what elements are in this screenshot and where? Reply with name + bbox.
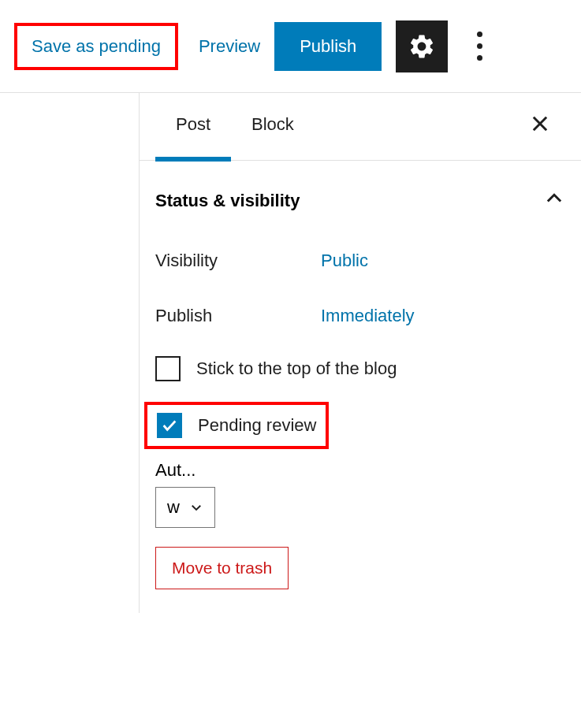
save-as-pending-highlight: Save as pending [14, 23, 178, 70]
check-icon [161, 417, 178, 434]
author-selected-value: w [167, 497, 180, 518]
editor-canvas [0, 93, 139, 613]
publish-value[interactable]: Immediately [321, 306, 415, 326]
content-area: Post Block Status & visibility Visibilit… [0, 93, 581, 613]
preview-button[interactable]: Preview [199, 36, 260, 57]
sidebar-tabs: Post Block [140, 93, 581, 161]
gear-icon [408, 32, 436, 61]
tab-post[interactable]: Post [155, 92, 231, 162]
panel-toggle[interactable]: Status & visibility [155, 184, 565, 233]
move-to-trash-button[interactable]: Move to trash [155, 547, 289, 589]
options-button[interactable] [462, 20, 497, 72]
stick-to-top-row: Stick to the top of the blog [155, 344, 565, 394]
toolbar: Save as pending Preview Publish [0, 0, 581, 93]
pending-review-label: Pending review [198, 415, 316, 436]
pending-review-highlight: Pending review [144, 402, 329, 449]
visibility-label: Visibility [155, 251, 321, 271]
visibility-row: Visibility Public [155, 233, 565, 288]
panel-title: Status & visibility [155, 191, 300, 211]
chevron-up-icon [543, 188, 565, 214]
publish-label: Publish [155, 306, 321, 326]
publish-button[interactable]: Publish [274, 22, 382, 71]
chevron-down-icon [189, 500, 203, 514]
kebab-dot [477, 55, 482, 61]
stick-to-top-label: Stick to the top of the blog [196, 358, 397, 379]
visibility-value[interactable]: Public [321, 251, 368, 271]
stick-to-top-checkbox[interactable] [155, 356, 181, 381]
save-as-pending-button[interactable]: Save as pending [32, 36, 161, 56]
publish-row: Publish Immediately [155, 288, 565, 344]
pending-review-checkbox[interactable] [157, 413, 182, 438]
author-label: Aut... [155, 460, 565, 481]
tab-block[interactable]: Block [231, 92, 315, 162]
close-sidebar-button[interactable] [515, 106, 565, 147]
settings-button[interactable] [396, 20, 448, 72]
close-icon [529, 113, 551, 135]
kebab-dot [477, 32, 482, 37]
author-select[interactable]: w [155, 487, 215, 528]
settings-sidebar: Post Block Status & visibility Visibilit… [139, 93, 581, 613]
kebab-dot [477, 43, 482, 49]
panel-status-visibility: Status & visibility Visibility Public Pu… [140, 161, 581, 613]
